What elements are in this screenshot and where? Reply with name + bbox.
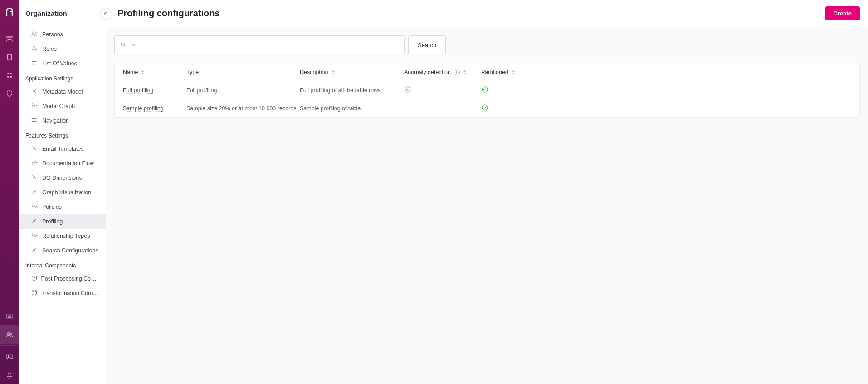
sidebar-item-policies[interactable]: Policies [19,200,106,214]
sidebar-item-label: Persons [42,31,63,38]
sidebar: Organization PersonsRolesList Of ValuesA… [19,0,106,384]
svg-point-3 [10,73,12,74]
row-description: Sample profiling of table [300,105,404,112]
svg-point-29 [32,118,32,119]
nav-shield-icon[interactable] [0,84,19,103]
check-circle-icon [481,104,488,111]
table-row: Full profilingFull profilingFull profili… [115,81,859,99]
sidebar-item-email-templates[interactable]: Email Templates [19,142,106,156]
config-table: Name Type Description Anomaly detectioni… [114,63,860,118]
row-name-link[interactable]: Sample profiling [123,105,164,112]
row-partitioned [481,104,851,113]
sort-icon [463,69,467,75]
sidebar-item-label: Navigation [42,118,69,124]
gear-icon [31,188,38,197]
sidebar-item-label: Email Templates [42,146,83,152]
svg-point-31 [32,121,32,122]
sidebar-item-model-graph[interactable]: Model Graph [19,99,106,113]
svg-point-14 [33,32,34,34]
search-input[interactable] [140,42,399,49]
people-icon [31,30,38,39]
gear-icon [31,159,38,167]
sidebar-item-label: Metadata Model [42,89,83,95]
table-header: Name Type Description Anomaly detectioni… [115,63,859,81]
col-name[interactable]: Name [123,69,186,75]
svg-line-42 [124,46,126,47]
sidebar-item-relationship-types[interactable]: Relationship Types [19,229,106,243]
gear-icon [31,232,38,240]
row-partitioned [481,86,851,94]
create-button[interactable]: Create [825,6,860,20]
sidebar-item-label: Search Configurations [42,247,98,254]
sidebar-item-search-configurations[interactable]: Search Configurations [19,243,106,258]
gear-icon [31,88,38,96]
sidebar-item-documentation-flow[interactable]: Documentation Flow [19,156,106,171]
sidebar-item-label: Post Processing Compon… [41,276,99,282]
collapse-sidebar-button[interactable] [100,8,112,20]
chevron-down-icon[interactable] [130,42,137,48]
search-button[interactable]: Search [408,35,446,54]
row-type: Sample size 20% or at most 10 000 record… [186,105,300,112]
gear-icon [31,102,38,110]
check-circle-icon [404,86,411,93]
svg-point-25 [34,105,35,107]
sidebar-item-transformation-compon[interactable]: Transformation Compon… [19,286,106,300]
table-row: Sample profilingSample size 20% or at mo… [115,99,859,117]
row-name-link[interactable]: Full profiling [123,87,153,94]
nav-clipboard-icon[interactable] [0,48,19,66]
sidebar-item-graph-visualization[interactable]: Graph Visualization [19,185,106,200]
nav-list-icon[interactable] [0,307,19,325]
svg-point-17 [35,49,36,50]
check-circle-icon [481,86,488,93]
sidebar-item-roles[interactable]: Roles [19,42,106,56]
col-partitioned[interactable]: Partitioned [481,69,851,75]
list-icon [31,117,38,125]
sidebar-item-label: Graph Visualization [42,189,91,196]
package-icon [31,275,37,283]
sidebar-item-post-processing-compon[interactable]: Post Processing Compon… [19,271,106,286]
col-description[interactable]: Description [300,69,404,75]
sidebar-group-title: Internal Components [19,258,106,271]
row-anomaly [404,86,481,94]
svg-point-2 [7,73,9,74]
sidebar-item-list-of-values[interactable]: List Of Values [19,56,106,71]
svg-point-23 [32,64,32,64]
sidebar-item-metadata-model[interactable]: Metadata Model [19,84,106,99]
nav-bell-icon[interactable] [0,366,19,384]
nav-org-icon[interactable] [0,66,19,84]
gear-icon [31,217,38,226]
gear-icon [31,246,38,255]
svg-point-15 [35,32,36,34]
gear-icon [31,203,38,211]
svg-rect-5 [10,76,12,78]
svg-point-21 [32,61,32,62]
sidebar-item-persons[interactable]: Persons [19,27,106,42]
list-icon [31,59,38,68]
svg-point-13 [8,355,9,356]
sidebar-item-label: Transformation Compon… [41,290,99,296]
nav-catalog-icon[interactable] [0,30,19,48]
svg-point-11 [10,333,12,335]
main: Profiling configurations Create Search N… [106,0,868,384]
svg-point-35 [34,191,35,193]
icon-rail [0,0,19,384]
nav-users-icon[interactable] [0,325,19,344]
nav-image-icon[interactable] [0,348,19,366]
package-icon [31,289,37,297]
sidebar-item-dq-dimensions[interactable]: DQ Dimensions [19,171,106,185]
search-box[interactable] [114,35,405,54]
col-anomaly[interactable]: Anomaly detectioni [404,69,481,75]
app-logo[interactable] [0,3,19,22]
svg-point-41 [121,43,124,46]
svg-point-34 [34,177,35,178]
svg-point-33 [34,162,35,164]
svg-point-32 [34,148,35,149]
svg-point-16 [33,46,34,48]
sidebar-item-profiling[interactable]: Profiling [19,214,106,229]
search-icon [120,42,127,48]
svg-point-45 [482,105,488,110]
info-icon[interactable]: i [454,69,460,75]
sidebar-item-navigation[interactable]: Navigation [19,113,106,128]
sidebar-item-label: Relationship Types [42,233,90,239]
sidebar-title: Organization [19,0,106,27]
